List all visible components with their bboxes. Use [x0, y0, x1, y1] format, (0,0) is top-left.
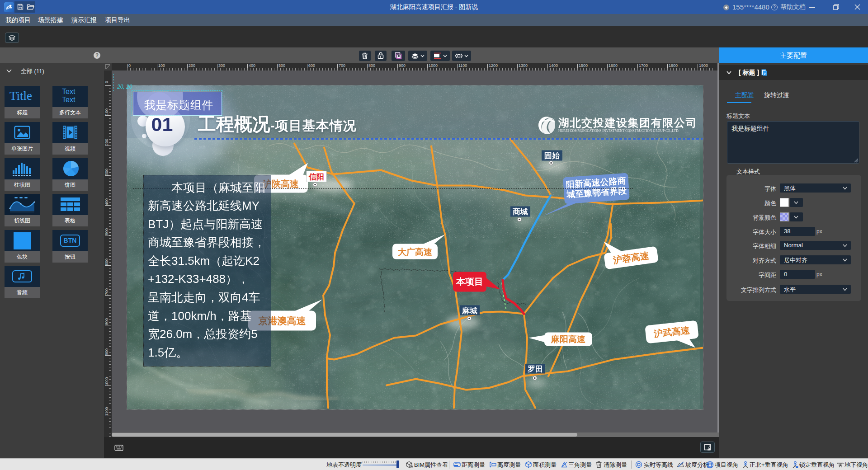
- svg-text:商城: 商城: [513, 207, 528, 216]
- svg-text:麻城: 麻城: [462, 306, 477, 315]
- svg-text:固始: 固始: [544, 151, 560, 160]
- svg-text:大广高速: 大广高速: [398, 247, 433, 257]
- svg-text:麻阳高速: 麻阳高速: [551, 334, 586, 344]
- svg-text:罗田: 罗田: [527, 365, 543, 373]
- svg-text:信阳: 信阳: [308, 173, 324, 181]
- svg-text:本项目: 本项目: [456, 277, 483, 287]
